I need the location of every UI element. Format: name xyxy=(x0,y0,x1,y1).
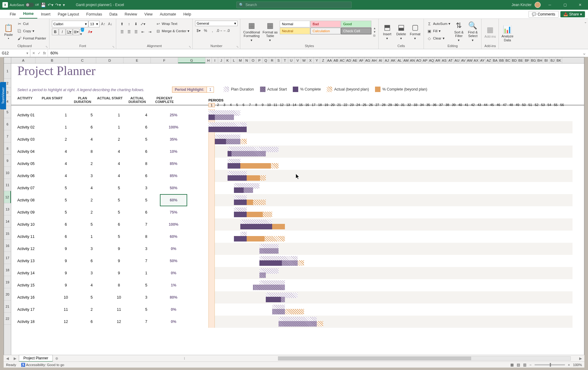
sheet-nav-prev-icon[interactable]: ◀ xyxy=(4,356,11,361)
row-header[interactable]: 15 xyxy=(4,228,11,240)
table-row[interactable]: Activity 04 4 8 4 6 10% xyxy=(11,146,584,158)
tab-review[interactable]: Review xyxy=(121,10,141,19)
row-header[interactable]: 1 xyxy=(4,63,11,79)
view-normal-icon[interactable]: ▦ xyxy=(510,363,514,367)
column-header[interactable]: AV xyxy=(460,57,467,63)
align-top-icon[interactable]: ⬆ xyxy=(119,21,125,27)
view-page-layout-icon[interactable]: ▤ xyxy=(517,363,520,367)
teamviewer-tab[interactable]: TeamViewer xyxy=(0,82,6,109)
status-accessibility[interactable]: ♿ Accessibility: Good to go xyxy=(21,363,64,367)
underline-button[interactable]: U▾ xyxy=(66,29,73,35)
clear-button[interactable]: ◇Clear ▾ xyxy=(427,35,450,41)
column-header[interactable]: S xyxy=(275,57,282,63)
align-middle-icon[interactable]: ↕ xyxy=(126,21,132,27)
column-header[interactable]: BK xyxy=(556,57,562,63)
dialog-launcher-icon[interactable]: ⤡ xyxy=(46,45,48,48)
column-header[interactable]: BC xyxy=(505,57,511,63)
column-header[interactable]: AE xyxy=(352,57,358,63)
column-header[interactable]: I xyxy=(212,57,218,63)
zoom-in-icon[interactable]: + xyxy=(568,363,570,367)
column-header[interactable]: Y xyxy=(314,57,320,63)
bold-button[interactable]: B xyxy=(52,29,59,35)
cut-button[interactable]: ✂Cut xyxy=(17,21,46,27)
font-name-combo[interactable]: Calibri▾ xyxy=(52,21,88,27)
tab-help[interactable]: Help xyxy=(180,10,195,19)
column-header[interactable]: BA xyxy=(492,57,498,63)
decimal-decrease-icon[interactable]: ←.0 xyxy=(223,27,230,34)
column-header[interactable]: AN xyxy=(409,57,416,63)
sheet-tab-active[interactable]: Project Planner xyxy=(19,355,53,362)
row-header[interactable]: 21 xyxy=(4,300,11,313)
undo-icon[interactable]: ↶▾ xyxy=(48,2,53,7)
column-header[interactable]: AR xyxy=(435,57,441,63)
column-header[interactable]: AJ xyxy=(384,57,390,63)
toggle-icon[interactable] xyxy=(25,3,34,7)
column-header[interactable]: BG xyxy=(530,57,537,63)
table-row[interactable]: Activity 07 5 4 5 3 50% xyxy=(11,182,584,194)
view-page-break-icon[interactable]: ▥ xyxy=(523,363,526,367)
table-row[interactable]: Activity 18 12 6 12 7 0% xyxy=(11,316,584,328)
select-all-corner[interactable] xyxy=(4,57,11,63)
column-header[interactable]: AI xyxy=(377,57,384,63)
row-header[interactable]: 20 xyxy=(4,288,11,300)
merge-center-button[interactable]: ⊟Merge & Center ▾ xyxy=(156,28,189,34)
column-header[interactable]: AC xyxy=(339,57,346,63)
font-size-combo[interactable]: 13▾ xyxy=(89,21,100,27)
column-header[interactable]: Z xyxy=(320,57,326,63)
column-header[interactable]: AL xyxy=(397,57,403,63)
column-header[interactable]: H xyxy=(205,57,212,63)
tab-insert[interactable]: Insert xyxy=(37,10,54,19)
format-painter-button[interactable]: 🖌Format Painter xyxy=(17,35,46,41)
maximize-icon[interactable]: ▢ xyxy=(559,0,571,10)
table-row[interactable]: Activity 03 2 4 2 5 35% xyxy=(11,133,584,146)
table-row[interactable]: Activity 05 4 2 4 8 85% xyxy=(11,158,584,170)
find-select-button[interactable]: 🔍Find & Select▾ xyxy=(466,20,479,43)
column-header[interactable]: R xyxy=(269,57,275,63)
fx-icon[interactable]: fx xyxy=(43,51,46,55)
table-row[interactable]: Activity 13 9 6 9 7 50% xyxy=(11,255,584,267)
column-header[interactable]: K xyxy=(225,57,231,63)
column-header[interactable]: AB xyxy=(333,57,339,63)
column-header[interactable]: W xyxy=(301,57,307,63)
new-sheet-icon[interactable]: ⊕ xyxy=(53,356,61,361)
orientation-icon[interactable]: ⤢▾ xyxy=(140,21,146,27)
column-header[interactable]: AD xyxy=(346,57,352,63)
column-header[interactable]: P xyxy=(256,57,263,63)
format-cells-button[interactable]: ▢Format▾ xyxy=(408,20,422,43)
column-header[interactable]: L xyxy=(231,57,237,63)
comments-button[interactable]: 💬 Comments xyxy=(529,11,559,18)
tab-formulas[interactable]: Formulas xyxy=(83,10,106,19)
delete-cells-button[interactable]: ⬓Delete▾ xyxy=(394,20,408,43)
style-calculation[interactable]: Calculation xyxy=(310,28,341,34)
highlight-value[interactable]: 1 xyxy=(207,87,214,93)
column-header[interactable]: BJ xyxy=(549,57,556,63)
percent-icon[interactable]: % xyxy=(202,27,209,34)
style-check-cell[interactable]: Check Cell xyxy=(341,28,371,34)
table-row[interactable]: Activity 16 10 5 10 3 80% xyxy=(11,291,584,303)
column-header[interactable]: J xyxy=(218,57,225,63)
table-row[interactable]: Activity 12 9 3 9 3 0% xyxy=(11,243,584,255)
column-header[interactable]: BB xyxy=(498,57,505,63)
sheet-nav-next-icon[interactable]: ▶ xyxy=(11,356,19,361)
column-header[interactable]: AZ xyxy=(486,57,492,63)
row-header[interactable]: 14 xyxy=(4,215,11,228)
tab-file[interactable]: File xyxy=(6,10,19,19)
scroll-right-icon[interactable]: ▶ xyxy=(577,356,584,361)
insert-cells-button[interactable]: ⬒Insert▾ xyxy=(380,20,394,43)
row-header[interactable]: 22 xyxy=(4,313,11,325)
indent-increase-icon[interactable]: ⇥ xyxy=(147,29,153,35)
column-header[interactable]: N xyxy=(244,57,250,63)
paste-button[interactable]: 📋Paste▾ xyxy=(2,20,15,43)
align-center-icon[interactable]: ☰ xyxy=(126,29,132,35)
table-row[interactable]: Activity 08 5 2 5 5 60% xyxy=(11,194,584,206)
column-header[interactable]: AS xyxy=(441,57,448,63)
column-header[interactable]: AQ xyxy=(428,57,435,63)
column-header[interactable]: B xyxy=(35,57,69,63)
column-header[interactable]: AH xyxy=(371,57,377,63)
column-header[interactable]: AG xyxy=(365,57,371,63)
column-header[interactable]: AP xyxy=(422,57,428,63)
style-normal[interactable]: Normal xyxy=(280,21,310,27)
minimize-icon[interactable]: ─ xyxy=(544,0,556,10)
fill-button[interactable]: ▣Fill ▾ xyxy=(427,28,450,34)
column-header[interactable]: BH xyxy=(537,57,543,63)
